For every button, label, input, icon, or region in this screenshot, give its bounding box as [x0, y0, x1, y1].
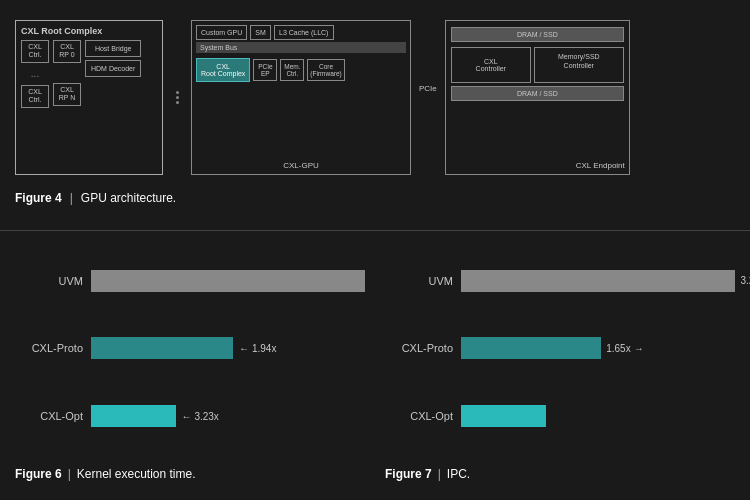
- figure7-uvm-value: 3.22x: [740, 275, 750, 286]
- figure6-number: Figure 6: [15, 467, 62, 481]
- figure7-cxlopt-track: [461, 405, 735, 427]
- figure7-panel: UVM 3.22x → CXL-Proto 1.65x →: [385, 246, 735, 481]
- cxl-rc-chip: CXLRoot Complex: [196, 58, 250, 82]
- figure6-cxlopt-bar: [91, 405, 176, 427]
- figure7-sep: |: [438, 467, 441, 481]
- figure7-cxlproto-value: 1.65x: [606, 343, 630, 354]
- figure7-cxlproto-label: CXL-Proto: [385, 342, 453, 354]
- figure7-cxlproto-track: 1.65x →: [461, 337, 735, 359]
- figure6-cxlproto-bar: [91, 337, 233, 359]
- pcie-ep-chip: PCIeEP: [253, 59, 277, 81]
- figure7-uvm-bar: [461, 270, 735, 292]
- arrow-left-icon: ←: [239, 343, 249, 354]
- figure7-cxlproto-row: CXL-Proto 1.65x →: [385, 337, 735, 359]
- cxl-root-box: CXL Root Complex CXLCtrl. ... CXLCtrl. C…: [15, 20, 163, 175]
- figure6-sep: |: [68, 467, 71, 481]
- cxl-rp0-cell: CXLRP 0: [53, 40, 81, 63]
- figure4-number: Figure 4: [15, 191, 62, 205]
- figure7-uvm-row: UVM 3.22x →: [385, 270, 735, 292]
- gpu-bottom-row: CXLRoot Complex PCIeEP Mem.Ctrl. Core(Fi…: [192, 55, 410, 85]
- figure6-cxlproto-row: CXL-Proto ← 1.94x: [15, 337, 365, 359]
- dram-bar-top: DRAM / SSD: [451, 27, 624, 42]
- figure6-caption: Figure 6 | Kernel execution time.: [15, 467, 365, 481]
- sm-chip: SM: [250, 25, 271, 40]
- gpu-top-row: Custom GPU SM L3 Cache (LLC): [192, 21, 410, 42]
- system-bus: System Bus: [196, 42, 406, 53]
- host-bridge: Host Bridge: [85, 40, 141, 57]
- figure6-uvm-track: [91, 270, 365, 292]
- figure6-cxlopt-row: CXL-Opt ← 3.23x: [15, 405, 365, 427]
- figure7-text: IPC.: [447, 467, 470, 481]
- figure7-uvm-annotation: 3.22x →: [740, 275, 750, 286]
- figure7-number: Figure 7: [385, 467, 432, 481]
- host-bridge-col: Host Bridge HDM Decoder: [85, 40, 141, 108]
- endpoint-mid: CXLController Memory/SSDController: [451, 47, 624, 83]
- cxl-gpu-label: CXL-GPU: [283, 161, 319, 170]
- arrow-right-icon2: →: [634, 343, 644, 354]
- figure6-panel: UVM CXL-Proto ← 1.94x CXL-Opt: [15, 246, 365, 481]
- cxl-ctrl-cell: CXLCtrl.: [21, 40, 49, 63]
- arrow-left-icon2: ←: [181, 411, 191, 422]
- cxl-left-col: CXLCtrl. ... CXLCtrl.: [21, 40, 49, 108]
- figure6-cxlproto-annotation: ← 1.94x: [239, 343, 276, 354]
- endpoint-box: DRAM / SSD CXLController Memory/SSDContr…: [445, 20, 630, 175]
- figure6-cxlopt-value: 3.23x: [194, 411, 218, 422]
- endpoint-label: CXL Endpoint: [576, 161, 625, 170]
- figure6-cxlproto-value: 1.94x: [252, 343, 276, 354]
- figure4-caption: Figure 4 | GPU architecture.: [15, 191, 735, 205]
- connector-dots: [171, 91, 183, 104]
- figure6-cxlopt-label: CXL-Opt: [15, 410, 83, 422]
- cxl-root-title: CXL Root Complex: [21, 26, 157, 36]
- figure4-section: CXL Root Complex CXLCtrl. ... CXLCtrl. C…: [0, 0, 750, 230]
- hdm-decoder: HDM Decoder: [85, 60, 141, 77]
- figure7-cxlproto-bar: [461, 337, 601, 359]
- core-firmware-chip: Core(Firmware): [307, 59, 344, 81]
- figure7-cxlopt-row: CXL-Opt: [385, 405, 735, 427]
- figure6-uvm-bar: [91, 270, 365, 292]
- cxl-controller: CXLController: [451, 47, 531, 83]
- figure6-uvm-label: UVM: [15, 275, 83, 287]
- pcie-area: PCIe: [419, 84, 437, 111]
- figure6-cxlopt-annotation: ← 3.23x: [181, 411, 218, 422]
- figure6-uvm-row: UVM: [15, 270, 365, 292]
- mem-ctrl-chip: Mem.Ctrl.: [280, 59, 304, 81]
- figure6-cxlopt-track: ← 3.23x: [91, 405, 365, 427]
- figure6-cxlproto-label: CXL-Proto: [15, 342, 83, 354]
- endpoint-inner: DRAM / SSD CXLController Memory/SSDContr…: [446, 21, 629, 107]
- figure4-sep: |: [70, 191, 73, 205]
- cxl-ctrl-cell2: CXLCtrl.: [21, 85, 49, 108]
- bottom-section: UVM CXL-Proto ← 1.94x CXL-Opt: [0, 231, 750, 491]
- figure7-uvm-track: 3.22x →: [461, 270, 735, 292]
- figure4-text: GPU architecture.: [81, 191, 176, 205]
- diagram-container: CXL Root Complex CXLCtrl. ... CXLCtrl. C…: [15, 10, 735, 185]
- dots-cell: ...: [21, 66, 49, 82]
- dram-bar-bottom: DRAM / SSD: [451, 86, 624, 101]
- figure6-cxlproto-track: ← 1.94x: [91, 337, 365, 359]
- cxl-rpn-cell: CXLRP N: [53, 83, 81, 106]
- custom-gpu-chip: Custom GPU: [196, 25, 247, 40]
- figure7-cxlproto-annotation: 1.65x →: [606, 343, 643, 354]
- figure7-cxlopt-bar: [461, 405, 546, 427]
- figure6-text: Kernel execution time.: [77, 467, 196, 481]
- figure7-caption: Figure 7 | IPC.: [385, 467, 735, 481]
- figure7-cxlopt-label: CXL-Opt: [385, 410, 453, 422]
- gpu-box: Custom GPU SM L3 Cache (LLC) System Bus …: [191, 20, 411, 175]
- mem-ssd-controller: Memory/SSDController: [534, 47, 624, 83]
- l3-cache-chip: L3 Cache (LLC): [274, 25, 334, 40]
- figure7-uvm-label: UVM: [385, 275, 453, 287]
- pcie-label: PCIe: [419, 84, 437, 93]
- figure6-chart: UVM CXL-Proto ← 1.94x CXL-Opt: [15, 246, 365, 459]
- figure7-chart: UVM 3.22x → CXL-Proto 1.65x →: [385, 246, 735, 459]
- cxl-right-col: CXLRP 0 CXLRP N: [53, 40, 81, 108]
